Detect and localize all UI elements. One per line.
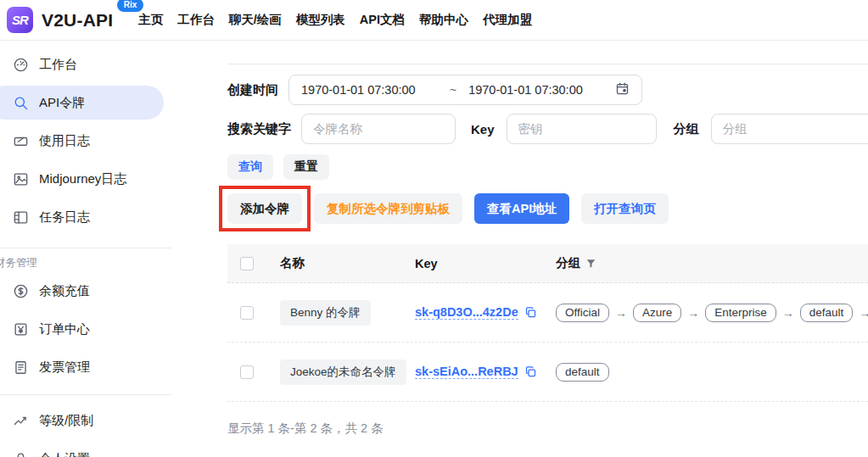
group-chain: Official → Azure → Enterprise → default … (556, 304, 868, 322)
app-logo-icon[interactable]: SR (7, 7, 33, 33)
sidebar-item-personal-settings[interactable]: 个人设置 (0, 442, 204, 457)
group-arrow: → (687, 306, 699, 320)
group-tag: Official (556, 304, 609, 322)
pagination-summary: 显示第 1 条-第 2 条，共 2 条 (227, 421, 868, 437)
copy-selected-tokens-button[interactable]: 复制所选令牌到剪贴板 (314, 193, 462, 224)
nav-item-model-list[interactable]: 模型列表 (296, 12, 345, 28)
sidebar-item-order-center[interactable]: 订单中心 (0, 312, 204, 346)
sidebar: 工作台 API令牌 使用日志 Midjourney日志 任务日志 (0, 41, 204, 457)
group-input[interactable] (711, 114, 868, 144)
image-icon (12, 170, 29, 187)
group-tag: default (800, 304, 854, 322)
sidebar-section-finance: 财务管理 (0, 255, 204, 270)
calendar-clock-icon[interactable] (615, 81, 630, 98)
main-content: 创建时间 1970-01-01 07:30:00 ~ 1970-01-01 07… (227, 41, 868, 457)
nav-item-help-center[interactable]: 帮助中心 (419, 12, 468, 28)
film-icon (12, 209, 29, 226)
sidebar-item-invoice-management[interactable]: 发票管理 (0, 350, 204, 384)
top-navbar: SR V2U-API Rix 主页 工作台 聊天/绘画 模型列表 API文档 帮… (0, 0, 868, 41)
token-name-tag: Benny 的令牌 (280, 300, 371, 326)
copy-icon[interactable] (524, 306, 537, 319)
search-icon (12, 94, 29, 111)
keyword-label: 搜索关键字 (227, 121, 301, 137)
brand-name: V2U-API (42, 10, 113, 30)
log-edit-icon (12, 132, 29, 149)
nav-item-affiliate[interactable]: 代理加盟 (483, 12, 532, 28)
group-arrow: → (782, 306, 794, 320)
yen-box-icon (12, 320, 29, 337)
table-header-row: 名称 Key 分组 (227, 244, 868, 283)
table-row: Joekoe的未命名令牌 sk-sEiAo...ReRBJ default (227, 343, 868, 402)
sidebar-item-label: 订单中心 (39, 321, 90, 337)
group-tag: Azure (633, 304, 681, 322)
sidebar-item-label: 工作台 (39, 57, 77, 73)
sidebar-item-label: API令牌 (39, 95, 85, 111)
column-header-group: 分组 (556, 255, 868, 271)
sidebar-item-usage-logs[interactable]: 使用日志 (0, 124, 204, 158)
token-actions-row: 添加令牌 复制所选令牌到剪贴板 查看API地址 打开查询页 (227, 193, 868, 224)
reset-button[interactable]: 重置 (283, 154, 329, 180)
add-token-button[interactable]: 添加令牌 (227, 193, 302, 224)
sidebar-item-balance-topup[interactable]: 余额充值 (0, 274, 204, 308)
nav-item-api-docs[interactable]: API文档 (360, 12, 405, 28)
table-row: Benny 的令牌 sk-q8D3O...4z2De Official → Az… (227, 283, 868, 343)
sidebar-item-label: 使用日志 (39, 133, 90, 149)
filter-row-keyword: 搜索关键字 Key 分组 (227, 114, 868, 144)
top-nav-menu: 主页 工作台 聊天/绘画 模型列表 API文档 帮助中心 代理加盟 (138, 12, 532, 28)
date-range-separator: ~ (450, 83, 456, 97)
open-query-page-button[interactable]: 打开查询页 (581, 193, 669, 224)
sidebar-item-workspace[interactable]: 工作台 (0, 47, 204, 81)
sidebar-item-midjourney-logs[interactable]: Midjourney日志 (0, 162, 204, 196)
group-chain: default (556, 363, 868, 382)
sidebar-item-label: 发票管理 (39, 359, 90, 376)
date-from-value: 1970-01-01 07:30:00 (301, 83, 416, 97)
nav-item-home[interactable]: 主页 (138, 12, 163, 28)
filter-row-created-time: 创建时间 1970-01-01 07:30:00 ~ 1970-01-01 07… (227, 75, 868, 105)
sidebar-divider (0, 394, 171, 395)
token-key-link[interactable]: sk-q8D3O...4z2De (415, 305, 518, 320)
sidebar-item-level-limits[interactable]: 等级/限制 (0, 404, 204, 437)
group-arrow: → (615, 306, 627, 320)
created-time-label: 创建时间 (227, 82, 288, 98)
sidebar-item-label: Midjourney日志 (39, 171, 126, 187)
trend-icon (12, 412, 29, 429)
sidebar-item-api-tokens[interactable]: API令牌 (0, 86, 164, 120)
group-label: 分组 (674, 121, 699, 137)
copy-icon[interactable] (524, 365, 537, 378)
date-range-picker[interactable]: 1970-01-01 07:30:00 ~ 1970-01-01 07:30:0… (288, 75, 642, 105)
sidebar-item-label: 等级/限制 (39, 413, 93, 429)
brand-title[interactable]: V2U-API Rix (42, 10, 113, 31)
tokens-table: 名称 Key 分组 Benny 的令牌 sk-q8D3O...4z2De (227, 244, 868, 437)
brand-badge: Rix (117, 0, 144, 12)
group-arrow: → (859, 306, 868, 320)
sidebar-item-task-logs[interactable]: 任务日志 (0, 200, 204, 234)
nav-item-workspace[interactable]: 工作台 (177, 12, 215, 28)
key-input[interactable] (507, 114, 657, 144)
token-name-input[interactable] (301, 114, 456, 144)
add-token-annotation-wrap: 添加令牌 (227, 193, 302, 224)
row-checkbox[interactable] (240, 365, 254, 379)
token-name-tag: Joekoe的未命名令牌 (280, 359, 406, 385)
app-window: SR V2U-API Rix 主页 工作台 聊天/绘画 模型列表 API文档 帮… (0, 0, 868, 457)
group-tag: default (556, 363, 609, 382)
view-api-url-button[interactable]: 查看API地址 (474, 193, 569, 224)
column-header-key: Key (415, 257, 556, 270)
content-divider (227, 64, 868, 64)
filter-actions-row: 查询 重置 (227, 154, 868, 180)
sidebar-item-label: 个人设置 (39, 451, 90, 457)
search-button[interactable]: 查询 (227, 154, 273, 180)
gauge-icon (12, 56, 29, 73)
sidebar-item-label: 余额充值 (39, 283, 90, 299)
date-to-value: 1970-01-01 07:30:00 (468, 83, 583, 97)
select-all-checkbox[interactable] (240, 257, 254, 270)
key-label: Key (471, 122, 495, 137)
row-checkbox[interactable] (240, 306, 254, 320)
person-icon (12, 450, 29, 457)
column-header-name: 名称 (280, 255, 415, 271)
sidebar-divider (0, 248, 171, 248)
invoice-icon (12, 359, 29, 376)
token-key-link[interactable]: sk-sEiAo...ReRBJ (415, 365, 518, 379)
nav-item-chat-draw[interactable]: 聊天/绘画 (229, 12, 282, 28)
filter-funnel-icon[interactable] (585, 258, 596, 269)
group-tag: Enterprise (705, 304, 776, 322)
